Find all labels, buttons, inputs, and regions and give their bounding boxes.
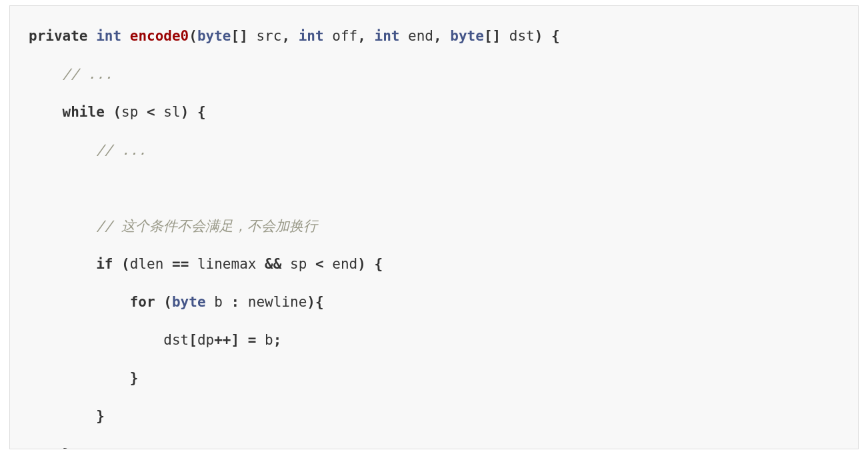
code-line [29,174,839,202]
space [105,104,113,120]
punct: [] [231,28,248,44]
operator: && [265,256,281,272]
indent [29,370,130,386]
punct: } [63,446,71,449]
identifier: end [324,256,358,272]
punct: { [189,104,205,120]
punct: ( [163,294,172,310]
indent [29,294,130,310]
punct: { [366,256,383,272]
type: byte [172,294,206,310]
punct: ] [231,332,239,348]
punct: , [357,28,366,44]
identifier: end [399,28,433,44]
code-line: private int encode0(byte[] src, int off,… [29,22,839,50]
code-line: dst[dp++] = b; [29,326,839,354]
identifier: dst [501,28,535,44]
punct: : [231,294,239,310]
punct: { [543,28,559,44]
operator: < [147,104,155,120]
keyword: for [130,294,155,310]
keyword: private [29,28,88,44]
code-line: } [29,364,839,392]
operator: < [315,256,324,272]
punct: ) [181,104,189,120]
code-line: // 这个条件不会满足，不会加换行 [29,212,839,240]
space [113,256,121,272]
keyword: while [63,104,105,120]
identifier: b [256,332,273,348]
operator: = [248,332,257,348]
punct: ) [535,28,543,44]
indent [29,66,63,82]
blank [29,180,37,196]
punct: , [281,28,290,44]
indent [29,446,63,449]
comment: // 这个条件不会满足，不会加换行 [96,218,317,234]
code-line: if (dlen == linemax && sp < end) { [29,250,839,278]
identifier: off [324,28,358,44]
punct: , [433,28,442,44]
code-line: // ... [29,136,839,164]
comment: // ... [96,142,147,158]
code-line: for (byte b : newline){ [29,288,839,316]
identifier: b [206,294,231,310]
punct: { [315,294,324,310]
identifier: linemax [189,256,265,272]
indent [29,104,63,120]
code-line: // ... [29,60,839,88]
punct: ; [273,332,282,348]
type: byte [197,28,231,44]
comment: // ... [63,66,113,82]
identifier: newline [239,294,307,310]
punct: [] [484,28,501,44]
punct: } [96,408,105,424]
indent [29,408,96,424]
punct: [ [189,332,197,348]
code-listing: private int encode0(byte[] src, int off,… [29,22,839,449]
keyword: if [96,256,113,272]
function-name: encode0 [130,28,189,44]
identifier: dp [197,332,214,348]
indent [29,142,96,158]
indent [29,256,96,272]
identifier: sp [281,256,315,272]
type: int [366,28,400,44]
type: int [290,28,324,44]
punct: ( [113,104,121,120]
space [239,332,248,348]
punct: ) [357,256,366,272]
operator: == [172,256,189,272]
punct: ( [189,28,197,44]
code-line: } [29,440,839,449]
space [155,294,164,310]
punct: ) [307,294,315,310]
punct: ( [121,256,130,272]
indent [29,218,96,234]
code-line: } [29,402,839,430]
indent [29,332,163,348]
operator: ++ [214,332,231,348]
identifier: sl [155,104,181,120]
identifier: dlen [130,256,172,272]
punct: } [130,370,139,386]
code-line: while (sp < sl) { [29,98,839,126]
type: byte [442,28,484,44]
identifier: dst [163,332,189,348]
type: int [96,28,121,44]
code-block: private int encode0(byte[] src, int off,… [9,5,859,449]
identifier: sp [121,104,147,120]
identifier: src [248,28,282,44]
